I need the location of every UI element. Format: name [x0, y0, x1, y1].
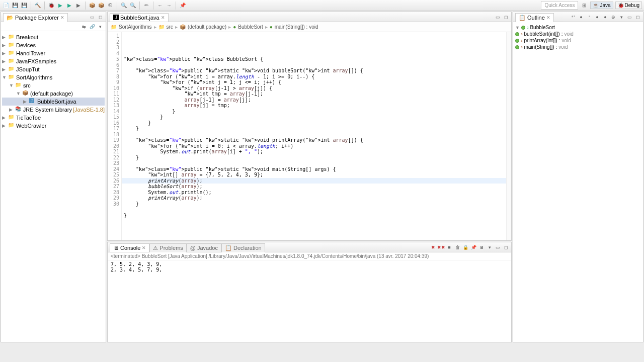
outline-class[interactable]: ▼c BubbleSort — [515, 24, 641, 31]
tab-console[interactable]: 🖥 Console ✕ — [110, 243, 149, 252]
view-menu-icon[interactable]: ▾ — [618, 14, 625, 21]
pin-console-icon[interactable]: 📌 — [470, 244, 477, 251]
new-class-icon[interactable]: © — [106, 2, 114, 10]
run-last-icon[interactable]: ▶ — [65, 2, 73, 10]
maximize-icon[interactable]: ◻ — [634, 14, 641, 21]
maximize-icon[interactable]: ◻ — [502, 14, 509, 21]
nav-back-icon[interactable]: ← — [156, 2, 164, 10]
close-icon[interactable]: ✕ — [142, 245, 146, 250]
outline-tab[interactable]: 📋 Outline ✕ — [515, 13, 554, 22]
breadcrumb[interactable]: 📁SortAlgorithms▸ 📁src▸ 📦(default package… — [108, 22, 511, 32]
perspective-java[interactable]: ☕ Java — [590, 2, 613, 9]
package-explorer-tab[interactable]: 📂 Package Explorer ✕ — [3, 13, 68, 22]
outline-method[interactable]: s bubbleSort(int[]) : void — [515, 31, 641, 37]
editor-panel: 🅹 BubbleSort.java ✕ ▭ ◻ 📁SortAlgorithms▸… — [107, 12, 512, 241]
tab-problems[interactable]: ⚠ Problems — [149, 243, 186, 252]
new-icon[interactable]: 📄 — [2, 2, 10, 10]
run-icon[interactable]: ▶ — [56, 2, 64, 10]
nav-fwd-icon[interactable]: → — [165, 2, 173, 10]
save-all-icon[interactable]: 💾 — [20, 2, 28, 10]
maximize-icon[interactable]: ◻ — [97, 14, 104, 21]
perspective-debug[interactable]: 🐞 Debug — [615, 2, 642, 9]
bottom-panel: 🖥 Console ✕ ⚠ Problems @ Javadoc 📋 Decla… — [107, 242, 512, 342]
clear-icon[interactable]: 🗑 — [454, 244, 461, 251]
project-tree[interactable]: ▶📁Breakout ▶📁Devices ▶📁HanoiTower ▶📁Java… — [1, 31, 106, 342]
minimize-icon[interactable]: ▭ — [89, 14, 96, 21]
outline-panel: 📋 Outline ✕ ᵃᶻ ● ˢ ● ● ⊕ ▾ ▭ ◻ ▼c Bubble… — [513, 12, 643, 342]
hide-fields-icon[interactable]: ● — [578, 14, 585, 21]
coverage-icon[interactable]: ▶ — [74, 2, 83, 10]
outline-method[interactable]: s printArray(int[]) : void — [515, 37, 641, 44]
new-java-icon[interactable]: 📦 — [88, 2, 96, 10]
open-perspective-icon[interactable]: ⊞ — [580, 2, 588, 10]
console-status: <terminated> BubbleSort [Java Applicatio… — [108, 252, 511, 260]
open-type-icon[interactable]: 🔍 — [120, 2, 128, 10]
sort-icon[interactable]: ᵃᶻ — [570, 14, 577, 21]
maximize-icon[interactable]: ◻ — [502, 244, 509, 251]
package-explorer-panel: 📂 Package Explorer ✕ ▭ ◻ ⇆ 🔗 ▾ ▶📁Breakou… — [1, 12, 106, 342]
focus-icon[interactable]: ⊕ — [610, 14, 617, 21]
console-output[interactable]: 7, 5, 2, 4, 3, 9, 2, 3, 4, 5, 7, 9, — [108, 260, 511, 342]
main-toolbar: 📄 💾 💾 🔨 🐞 ▶ ▶ ▶ 📦 📦 © 🔍 🔍 ✏ ← → 📌 Quick … — [0, 0, 644, 11]
file-bubblesort[interactable]: ▶🅹BubbleSort.java — [2, 98, 105, 106]
editor-tab[interactable]: 🅹 BubbleSort.java ✕ — [110, 13, 169, 22]
open-console-icon[interactable]: ▾ — [486, 244, 493, 251]
save-icon[interactable]: 💾 — [11, 2, 19, 10]
quick-access-input[interactable]: Quick Access — [541, 1, 578, 10]
pin-icon[interactable]: 📌 — [179, 2, 187, 10]
debug-icon[interactable]: 🐞 — [47, 2, 55, 10]
code-editor[interactable]: 1234567891011121314151617181920212223242… — [108, 32, 511, 240]
close-icon[interactable]: ✕ — [60, 15, 64, 20]
search-icon[interactable]: 🔍 — [129, 2, 137, 10]
minimize-icon[interactable]: ▭ — [626, 14, 633, 21]
remove-launch-icon[interactable]: ✖ — [430, 244, 437, 251]
link-editor-icon[interactable]: 🔗 — [89, 23, 96, 30]
toggle-mark-icon[interactable]: ✏ — [142, 2, 150, 10]
tab-javadoc[interactable]: @ Javadoc — [187, 243, 221, 252]
outline-method[interactable]: s main(String[]) : void — [515, 44, 641, 50]
tab-declaration[interactable]: 📋 Declaration — [221, 243, 265, 252]
hide-static-icon[interactable]: ˢ — [586, 14, 593, 21]
minimize-icon[interactable]: ▭ — [494, 244, 501, 251]
view-menu-icon[interactable]: ▾ — [97, 23, 104, 30]
hide-local-icon[interactable]: ● — [602, 14, 609, 21]
hide-nonpublic-icon[interactable]: ● — [594, 14, 601, 21]
new-pkg-icon[interactable]: 📦 — [97, 2, 105, 10]
remove-all-icon[interactable]: ✖✖ — [438, 244, 445, 251]
collapse-all-icon[interactable]: ⇆ — [80, 23, 88, 30]
minimize-icon[interactable]: ▭ — [494, 14, 501, 21]
display-console-icon[interactable]: 🖥 — [478, 244, 485, 251]
close-icon[interactable]: ✕ — [161, 15, 165, 20]
scroll-lock-icon[interactable]: 🔒 — [462, 244, 469, 251]
terminate-icon[interactable]: ■ — [446, 244, 453, 251]
close-icon[interactable]: ✕ — [546, 15, 550, 20]
build-icon[interactable]: 🔨 — [34, 2, 42, 10]
